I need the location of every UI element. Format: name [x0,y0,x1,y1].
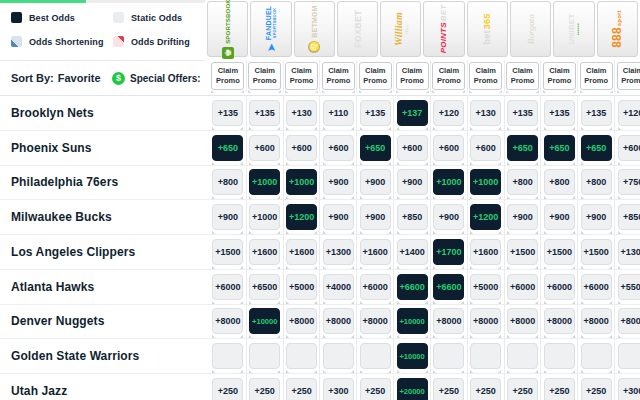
odds-cell[interactable]: +800 [212,169,243,195]
odds-cell[interactable]: +850 [397,204,428,230]
odds-cell-best[interactable]: +10000 [397,343,428,369]
odds-cell[interactable]: +900 [323,169,354,195]
claim-promo-button[interactable]: ClaimPromo [211,62,244,90]
sort-by-value[interactable]: Favorite [58,72,101,84]
odds-cell[interactable]: +300 [323,378,354,400]
claim-promo-button[interactable]: ClaimPromo [248,62,281,90]
odds-cell-best[interactable]: +10000 [249,308,280,334]
odds-cell[interactable]: +120 [433,100,464,126]
odds-cell[interactable]: +135 [212,100,243,126]
odds-cell-best[interactable]: +10000 [397,308,428,334]
odds-cell-best[interactable]: +650 [360,135,391,161]
odds-cell[interactable]: +600 [470,135,501,161]
odds-cell[interactable]: +600 [397,135,428,161]
odds-cell[interactable]: +6000 [507,274,538,300]
odds-cell[interactable]: +1600 [360,239,391,265]
odds-cell[interactable]: +1500 [544,239,575,265]
odds-cell[interactable]: +1600 [249,239,280,265]
claim-promo-button[interactable]: ClaimPromo [322,62,355,90]
odds-cell[interactable]: +600 [249,135,280,161]
odds-cell[interactable]: +250 [470,378,501,400]
sportsbook-logo-fox-bet[interactable]: FOXBET [337,1,378,57]
odds-cell[interactable]: +1300 [618,239,640,265]
odds-cell[interactable]: +1300 [323,239,354,265]
odds-cell-best[interactable]: +1200 [286,204,317,230]
odds-cell-best[interactable]: +1000 [470,169,501,195]
odds-cell[interactable]: +800 [544,169,575,195]
odds-cell[interactable]: +850 [618,204,640,230]
odds-cell[interactable]: +6000 [581,274,612,300]
odds-cell[interactable]: +800 [581,169,612,195]
sportsbook-logo-borgata[interactable]: Borgata [510,1,551,57]
odds-cell[interactable]: +900 [507,204,538,230]
odds-cell[interactable]: +8000 [470,308,501,334]
claim-promo-button[interactable]: ClaimPromo [543,62,576,90]
odds-cell[interactable]: +130 [470,100,501,126]
odds-cell[interactable]: +250 [360,378,391,400]
odds-cell[interactable]: +1000 [249,204,280,230]
odds-cell[interactable]: +300 [618,378,640,400]
odds-cell[interactable]: +135 [544,100,575,126]
odds-cell[interactable]: +600 [433,135,464,161]
odds-cell[interactable]: +5500 [618,274,640,300]
odds-cell[interactable]: +130 [286,100,317,126]
claim-promo-button[interactable]: ClaimPromo [617,62,640,90]
odds-cell[interactable]: +135 [507,100,538,126]
odds-cell[interactable]: +900 [581,204,612,230]
sportsbook-logo-betmgm[interactable]: ♌BETMGM [294,1,335,57]
odds-cell[interactable]: +135 [360,100,391,126]
sportsbook-logo-william-hill-sportsbook[interactable]: WilliamHILL [380,1,421,57]
odds-cell[interactable]: +900 [212,204,243,230]
odds-cell-best[interactable]: +137 [397,100,428,126]
odds-cell[interactable]: +8000 [360,308,391,334]
odds-cell-best[interactable]: +650 [581,135,612,161]
sportsbook-logo-fanduel-sportsbook[interactable]: ➤FANDUELSPORTSBOOK [250,1,291,57]
sportsbook-logo-unibet[interactable]: UNIBET●●●●●● [553,1,594,57]
odds-cell[interactable]: +250 [249,378,280,400]
odds-cell[interactable]: +5000 [286,274,317,300]
odds-cell[interactable]: +5000 [470,274,501,300]
odds-cell-best[interactable]: +6600 [397,274,428,300]
odds-cell-best[interactable]: +20000 [397,378,428,400]
odds-cell[interactable]: +900 [433,204,464,230]
odds-cell[interactable]: +4000 [323,274,354,300]
odds-cell-best[interactable]: +6600 [433,274,464,300]
odds-cell[interactable]: +750 [618,169,640,195]
claim-promo-button[interactable]: ClaimPromo [396,62,429,90]
claim-promo-button[interactable]: ClaimPromo [469,62,502,90]
odds-cell[interactable]: +1600 [470,239,501,265]
odds-cell[interactable]: +6000 [544,274,575,300]
odds-cell[interactable]: +1500 [581,239,612,265]
odds-cell[interactable]: +900 [544,204,575,230]
odds-cell[interactable]: +1500 [212,239,243,265]
odds-cell[interactable]: +6000 [212,274,243,300]
odds-cell[interactable]: +1600 [286,239,317,265]
odds-cell[interactable]: +110 [323,100,354,126]
odds-cell[interactable]: +8000 [581,308,612,334]
odds-cell-best[interactable]: +1000 [249,169,280,195]
odds-cell[interactable]: +1400 [397,239,428,265]
odds-cell[interactable]: +250 [433,378,464,400]
claim-promo-button[interactable]: ClaimPromo [285,62,318,90]
odds-cell[interactable]: +600 [323,135,354,161]
odds-cell[interactable]: +8000 [433,308,464,334]
odds-cell[interactable]: +250 [581,378,612,400]
claim-promo-button[interactable]: ClaimPromo [359,62,392,90]
odds-cell[interactable]: +600 [286,135,317,161]
odds-cell[interactable]: +8000 [507,308,538,334]
odds-cell[interactable]: +900 [360,204,391,230]
odds-cell[interactable]: +6000 [360,274,391,300]
odds-cell-best[interactable]: +1700 [433,239,464,265]
odds-cell[interactable]: +135 [581,100,612,126]
odds-cell[interactable]: +250 [212,378,243,400]
odds-cell-best[interactable]: +1200 [470,204,501,230]
odds-cell-best[interactable]: +1000 [433,169,464,195]
odds-cell[interactable]: +8000 [544,308,575,334]
odds-cell[interactable]: +8000 [286,308,317,334]
odds-cell[interactable]: +600 [618,135,640,161]
sportsbook-logo-888sport[interactable]: 888sport [597,1,638,57]
claim-promo-button[interactable]: ClaimPromo [580,62,613,90]
odds-cell[interactable]: +8000 [212,308,243,334]
sportsbook-logo-pointsbet[interactable]: POINTSBET [423,1,464,57]
odds-cell[interactable]: +250 [507,378,538,400]
